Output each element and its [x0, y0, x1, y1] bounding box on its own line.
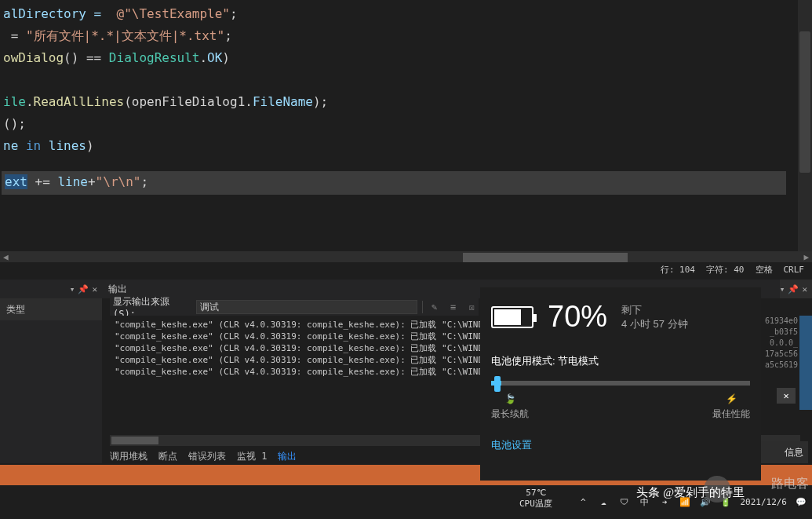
status-char: 字符: 40 — [706, 264, 745, 276]
watermark-text: 路电客 — [771, 476, 809, 492]
scrollbar-thumb[interactable] — [463, 253, 628, 262]
left-panel-header: ▾ 📌 ✕ — [0, 280, 102, 298]
code-line: (); — [0, 113, 812, 135]
close-icon[interactable]: ✕ — [92, 284, 97, 294]
code-line: owDialog() == DialogResult.OK) — [0, 47, 812, 69]
battery-mode-label: 电池使用模式: 节电模式 — [491, 354, 750, 368]
battery-remaining: 剩下 4 小时 57 分钟 — [621, 303, 688, 331]
output-toolbar: 显示输出来源(S): 调试 ✎ ≡ ☒ — [110, 298, 479, 316]
power-mode-slider[interactable] — [491, 381, 750, 386]
slider-left-label: 最长续航 — [491, 408, 529, 421]
slider-thumb[interactable] — [494, 376, 501, 392]
notification-toast[interactable]: 信息 — [761, 441, 808, 463]
scrollbar-thumb[interactable] — [111, 437, 158, 444]
close-icon[interactable]: ✕ — [802, 284, 807, 294]
editor-status-strip: 行: 104 字符: 40 空格 CRLF — [0, 262, 812, 276]
notifications-icon[interactable]: 💬 — [795, 496, 807, 509]
cpu-temp-label: CPU温度 — [519, 499, 552, 510]
status-spaces: 空格 — [756, 264, 773, 276]
pin-icon[interactable]: 📌 — [78, 284, 89, 294]
pin-icon[interactable]: 📌 — [788, 284, 799, 294]
editor-vertical-scrollbar[interactable] — [798, 0, 812, 259]
code-line: ne in lines) — [0, 135, 812, 157]
code-line: ext += line+"\r\n"; — [2, 171, 786, 193]
tab-error-list[interactable]: 错误列表 — [188, 450, 226, 463]
cpu-temp-value: 57℃ — [519, 488, 552, 499]
clear-output-icon[interactable]: ✎ — [428, 300, 442, 314]
dropdown-icon[interactable]: ▾ — [780, 284, 785, 294]
output-tab-label: 输出 — [108, 283, 127, 296]
clear-all-icon[interactable]: ☒ — [464, 300, 479, 314]
output-source-dropdown[interactable]: 调试 — [196, 300, 417, 314]
left-panel-column-header[interactable]: 类型 — [0, 298, 102, 320]
taskbar-date: 2021/12/6 — [740, 497, 787, 508]
battery-flyout: 70% 剩下 4 小时 57 分钟 电池使用模式: 节电模式 🍃 最长续航 ⚡ … — [480, 287, 761, 481]
notification-label: 信息 — [785, 446, 803, 459]
status-crlf: CRLF — [784, 265, 805, 275]
code-editor[interactable]: alDirectory = @"\TestExample"; = "所有文件|*… — [0, 0, 812, 259]
scroll-right-icon[interactable]: ▶ — [803, 252, 809, 262]
status-line: 行: 104 — [661, 264, 695, 276]
tray-expand-icon[interactable]: ^ — [577, 496, 589, 509]
onedrive-icon[interactable]: ☁ — [597, 496, 610, 509]
tab-breakpoints[interactable]: 断点 — [158, 450, 177, 463]
taskbar-clock[interactable]: 2021/12/6 — [740, 497, 787, 508]
bolt-icon: ⚡ — [726, 393, 737, 404]
battery-percentage: 70% — [548, 300, 607, 334]
code-line: = "所有文件|*.*|文本文件|*.txt"; — [0, 25, 812, 47]
toutiao-watermark: 头条 @爱剁手的特里 — [636, 485, 745, 500]
leaf-icon: 🍃 — [504, 393, 516, 404]
output-source-value: 调试 — [200, 301, 219, 314]
slider-right-label: 最佳性能 — [712, 408, 750, 421]
security-icon[interactable]: 🛡 — [617, 496, 630, 509]
bottom-panel-tabs: 调用堆栈 断点 错误列表 监视 1 输出 — [110, 448, 297, 465]
slider-labels: 🍃 最长续航 ⚡ 最佳性能 — [491, 393, 750, 421]
output-truncated-text: 61934e0 _b03f5 0.0.0_ 17a5c56 a5c5619 — [765, 316, 812, 378]
battery-icon — [491, 306, 533, 328]
code-line — [0, 69, 812, 91]
tab-call-stack[interactable]: 调用堆栈 — [110, 450, 147, 463]
scrollbar-thumb[interactable] — [799, 31, 810, 173]
code-line: ile.ReadAllLines(openFileDialog1.FileNam… — [0, 91, 812, 113]
toggle-wordwrap-icon[interactable]: ≡ — [446, 300, 460, 314]
code-line: alDirectory = @"\TestExample"; — [0, 3, 812, 25]
battery-settings-link[interactable]: 电池设置 — [491, 438, 750, 452]
tab-watch-1[interactable]: 监视 1 — [237, 450, 267, 463]
dropdown-icon[interactable]: ▾ — [70, 284, 75, 294]
cpu-temp-widget[interactable]: 57℃ CPU温度 — [519, 488, 552, 510]
left-panel: 类型 — [0, 298, 102, 463]
notification-close-button[interactable]: ✕ — [777, 388, 796, 404]
tab-output[interactable]: 输出 — [278, 450, 297, 463]
scroll-left-icon[interactable]: ◀ — [3, 252, 9, 262]
